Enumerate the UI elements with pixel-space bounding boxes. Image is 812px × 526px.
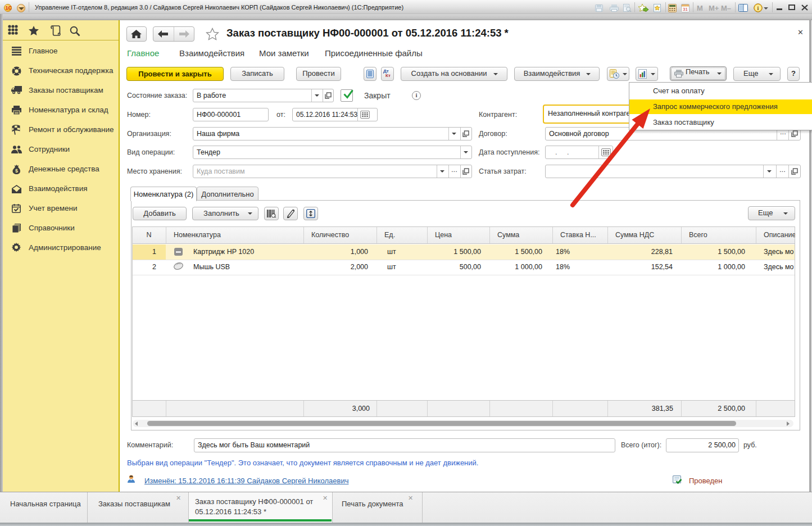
svg-text:$: $ — [15, 168, 18, 174]
svg-text:i: i — [757, 5, 759, 11]
svg-text:31: 31 — [683, 7, 688, 12]
